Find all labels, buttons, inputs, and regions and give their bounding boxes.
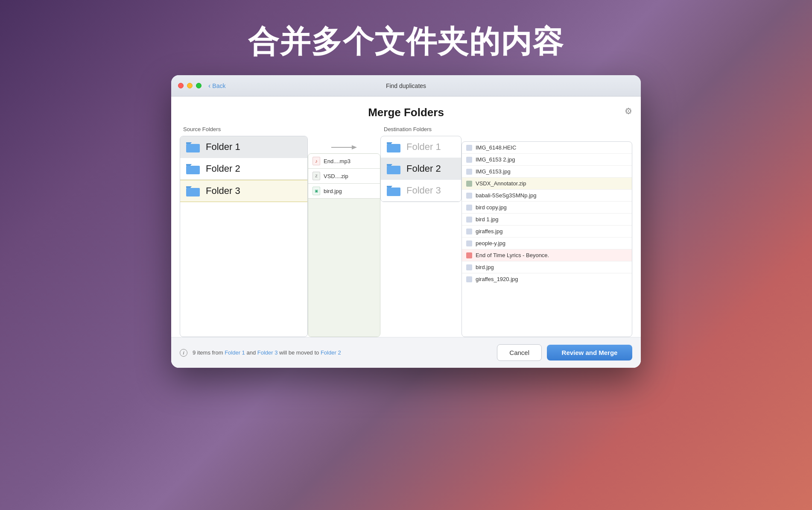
- source-column: Source Folders Folder 1 Folder 2: [180, 123, 308, 337]
- dest-file-6-name: bird copy.jpg: [476, 204, 507, 211]
- jpg-icon: [466, 264, 472, 270]
- app-window: ‹ Back Find duplicates Merge Folders ⚙ S…: [171, 75, 641, 368]
- dest-file-6: bird copy.jpg: [462, 202, 632, 214]
- footer-and-text: and: [246, 349, 257, 356]
- svg-rect-5: [387, 144, 400, 152]
- mp3-icon: ♪: [313, 157, 320, 165]
- jpg-icon: [466, 240, 472, 246]
- middle-column: ♪ End....mp3 Z VSD....zip ▣ bird.jpg: [308, 123, 380, 337]
- transfer-file-2: Z VSD....zip: [308, 169, 380, 184]
- source-header: Source Folders: [180, 123, 308, 136]
- footer-folder2-link[interactable]: Folder 2: [321, 349, 341, 356]
- dest-folder-list-wrapper: Destination Folders Folder 1: [380, 123, 461, 337]
- mp3-icon: [466, 252, 472, 258]
- zip-icon: [466, 181, 472, 187]
- dest-file-12: giraffes_1920.jpg: [462, 273, 632, 285]
- dest-file-2: IMG_6153 2.jpg: [462, 154, 632, 166]
- dest-file-7: bird 1.jpg: [462, 214, 632, 226]
- traffic-lights: [178, 83, 202, 88]
- svg-rect-0: [186, 144, 200, 152]
- transfer-file-2-name: VSD....zip: [324, 173, 348, 179]
- merge-title-row: Merge Folders ⚙: [171, 97, 641, 123]
- transfer-file-1: ♪ End....mp3: [308, 154, 380, 169]
- footer-info-text: 9 items from: [193, 349, 225, 356]
- destination-column: Destination Folders Folder 1: [380, 123, 632, 337]
- merge-folders-title: Merge Folders: [368, 106, 444, 119]
- jpg-icon: [466, 229, 472, 234]
- dest-file-4-name: VSDX_Annotator.zip: [476, 180, 526, 187]
- source-folder-2-name: Folder 2: [206, 163, 240, 174]
- dest-file-3: IMG_6153.jpg: [462, 166, 632, 178]
- dest-file-9: people-y.jpg: [462, 237, 632, 249]
- dest-folder-2[interactable]: Folder 2: [381, 158, 461, 180]
- source-folder-3-name: Folder 3: [206, 185, 240, 196]
- back-label: Back: [212, 82, 225, 89]
- folder-icon: [386, 162, 401, 175]
- footer: i 9 items from Folder 1 and Folder 3 wil…: [171, 337, 641, 368]
- review-and-merge-button[interactable]: Review and Merge: [547, 345, 632, 361]
- transfer-file-3: ▣ bird.jpg: [308, 184, 380, 199]
- dest-folder-3[interactable]: Folder 3: [381, 180, 461, 202]
- back-button[interactable]: ‹ Back: [208, 82, 225, 90]
- source-folder-1[interactable]: Folder 1: [180, 136, 307, 158]
- dest-file-1: IMG_6148.HEIC: [462, 142, 632, 154]
- close-button[interactable]: [178, 83, 184, 88]
- dest-file-list-wrapper: IMG_6148.HEIC IMG_6153 2.jpg IMG_6153.jp…: [461, 123, 632, 337]
- window-content: Merge Folders ⚙ Source Folders Folder 1: [171, 97, 641, 368]
- dest-file-5-name: babali-5SeSg3SMNp.jpg: [476, 192, 536, 199]
- footer-folder3-link[interactable]: Folder 3: [257, 349, 278, 356]
- folder-icon: [386, 141, 401, 153]
- chevron-left-icon: ‹: [208, 82, 210, 90]
- cancel-button[interactable]: Cancel: [497, 344, 542, 361]
- jpg-icon: [466, 276, 472, 282]
- dest-file-10-name: End of Time Lyrics - Beyonce.: [476, 252, 549, 258]
- minimize-button[interactable]: [187, 83, 193, 88]
- svg-marker-4: [352, 145, 357, 149]
- columns-area: Source Folders Folder 1 Folder 2: [171, 123, 641, 337]
- transfer-file-3-name: bird.jpg: [324, 188, 342, 194]
- svg-rect-6: [387, 166, 400, 174]
- titlebar-title: Find duplicates: [386, 82, 426, 89]
- jpg-icon: ▣: [313, 187, 320, 195]
- jpg-icon: [466, 205, 472, 211]
- dest-folder-list: Folder 1 Folder 2: [380, 136, 461, 202]
- page-title: 合并多个文件夹的内容: [248, 21, 564, 62]
- settings-button[interactable]: ⚙: [625, 106, 632, 116]
- dest-file-11-name: bird.jpg: [476, 264, 494, 270]
- dest-folder-1-name: Folder 1: [406, 141, 441, 152]
- dest-file-7-name: bird 1.jpg: [476, 216, 498, 223]
- source-folder-2[interactable]: Folder 2: [180, 158, 307, 180]
- jpg-icon: [466, 193, 472, 199]
- dest-file-2-name: IMG_6153 2.jpg: [476, 156, 515, 163]
- footer-will-text: will be moved to: [279, 349, 321, 356]
- dest-file-8: giraffes.jpg: [462, 226, 632, 237]
- svg-rect-2: [186, 188, 200, 196]
- dest-file-5: babali-5SeSg3SMNp.jpg: [462, 190, 632, 202]
- zip-icon: Z: [313, 172, 320, 180]
- source-folder-3[interactable]: Folder 3: [180, 180, 307, 202]
- source-folder-1-name: Folder 1: [206, 141, 240, 152]
- footer-folder1-link[interactable]: Folder 1: [225, 349, 245, 356]
- dest-file-11: bird.jpg: [462, 261, 632, 273]
- svg-rect-7: [387, 188, 400, 196]
- folder-icon: [386, 184, 401, 197]
- dest-file-12-name: giraffes_1920.jpg: [476, 276, 518, 282]
- footer-text: 9 items from Folder 1 and Folder 3 will …: [193, 349, 492, 356]
- titlebar: ‹ Back Find duplicates: [171, 75, 641, 97]
- dest-file-3-name: IMG_6153.jpg: [476, 168, 511, 175]
- dest-folder-3-name: Folder 3: [406, 185, 441, 196]
- dest-file-9-name: people-y.jpg: [476, 240, 505, 246]
- folder-icon: [185, 185, 201, 197]
- info-icon: i: [180, 349, 187, 357]
- dest-folder-2-name: Folder 2: [406, 163, 441, 174]
- dest-file-1-name: IMG_6148.HEIC: [476, 144, 516, 151]
- svg-rect-1: [186, 166, 200, 174]
- jpg-icon: [466, 169, 472, 175]
- fullscreen-button[interactable]: [196, 83, 202, 88]
- heic-icon: [466, 145, 472, 151]
- jpg-icon: [466, 217, 472, 223]
- dest-file-4: VSDX_Annotator.zip: [462, 178, 632, 190]
- dest-file-8-name: giraffes.jpg: [476, 228, 502, 234]
- destination-header: Destination Folders: [380, 123, 461, 136]
- dest-folder-1[interactable]: Folder 1: [381, 136, 461, 158]
